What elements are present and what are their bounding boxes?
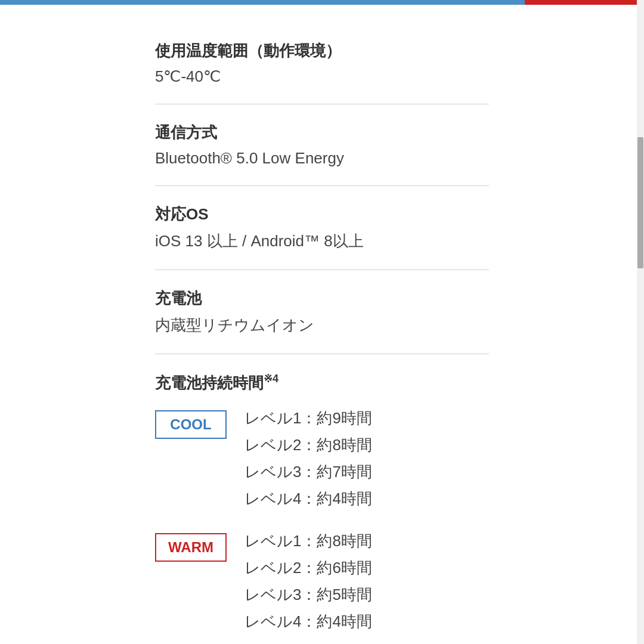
warm-level-1: レベル1：約8時間 xyxy=(244,531,372,552)
cool-badge: COOL xyxy=(155,410,227,439)
battery-type-value: 内蔵型リチウムイオン xyxy=(155,315,489,336)
top-bar-blue xyxy=(0,0,525,5)
cool-mode: COOL レベル1：約9時間 レベル2：約8時間 レベル3：約7時間 レベル4：… xyxy=(155,408,489,509)
os-value: iOS 13 以上 / Android™ 8以上 xyxy=(155,231,489,252)
top-bar-red xyxy=(525,0,644,5)
battery-type-section: 充電池 内蔵型リチウムイオン xyxy=(155,270,489,354)
battery-type-label: 充電池 xyxy=(155,288,489,309)
top-bar xyxy=(0,0,644,5)
warm-level-3: レベル3：約5時間 xyxy=(244,584,372,605)
page-wrapper: 使用温度範囲（動作環境） 5℃-40℃ 通信方式 Bluetooth® 5.0 … xyxy=(0,0,644,644)
warm-level-4: レベル4：約4時間 xyxy=(244,611,372,632)
cool-level-4: レベル4：約4時間 xyxy=(244,488,372,509)
warm-mode: WARM レベル1：約8時間 レベル2：約6時間 レベル3：約5時間 レベル4：… xyxy=(155,531,489,632)
battery-modes: COOL レベル1：約9時間 レベル2：約8時間 レベル3：約7時間 レベル4：… xyxy=(155,408,489,632)
temperature-label: 使用温度範囲（動作環境） xyxy=(155,41,489,61)
communication-label: 通信方式 xyxy=(155,122,489,143)
warm-levels: レベル1：約8時間 レベル2：約6時間 レベル3：約5時間 レベル4：約4時間 xyxy=(244,531,372,632)
os-section: 対応OS iOS 13 以上 / Android™ 8以上 xyxy=(155,186,489,270)
battery-duration-label: 充電池持続時間※4 xyxy=(155,372,489,394)
scrollbar-thumb[interactable] xyxy=(637,137,643,268)
main-content: 使用温度範囲（動作環境） 5℃-40℃ 通信方式 Bluetooth® 5.0 … xyxy=(0,5,644,644)
cool-level-2: レベル2：約8時間 xyxy=(244,435,372,456)
cool-levels: レベル1：約9時間 レベル2：約8時間 レベル3：約7時間 レベル4：約4時間 xyxy=(244,408,372,509)
communication-value: Bluetooth® 5.0 Low Energy xyxy=(155,149,489,168)
warm-level-2: レベル2：約6時間 xyxy=(244,558,372,578)
cool-level-1: レベル1：約9時間 xyxy=(244,408,372,429)
temperature-section: 使用温度範囲（動作環境） 5℃-40℃ xyxy=(155,23,489,104)
scrollbar[interactable] xyxy=(637,0,644,644)
os-label: 対応OS xyxy=(155,204,489,225)
warm-badge: WARM xyxy=(155,533,227,562)
communication-section: 通信方式 Bluetooth® 5.0 Low Energy xyxy=(155,104,489,186)
cool-level-3: レベル3：約7時間 xyxy=(244,462,372,482)
temperature-value: 5℃-40℃ xyxy=(155,67,489,86)
battery-duration-section: 充電池持続時間※4 COOL レベル1：約9時間 レベル2：約8時間 レベル3：… xyxy=(155,354,489,632)
